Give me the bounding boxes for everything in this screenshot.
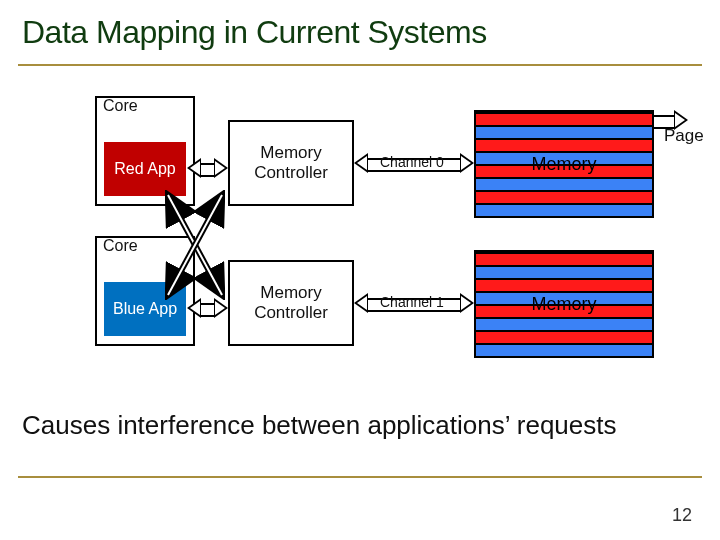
memory-row — [476, 265, 652, 278]
red-app-box: Red App — [104, 142, 186, 196]
page-number: 12 — [672, 505, 692, 526]
memory-row — [476, 125, 652, 138]
memory-row — [476, 177, 652, 190]
blue-app-box: Blue App — [104, 282, 186, 336]
memory-row — [476, 138, 652, 151]
page-annotation-label: Page — [664, 126, 704, 146]
memory-row — [476, 291, 652, 304]
memory-row — [476, 151, 652, 164]
memory-row — [476, 278, 652, 291]
channel-1-label: Channel 1 — [380, 294, 444, 310]
core-top-label: Core — [103, 97, 138, 115]
memory-row — [476, 330, 652, 343]
mc-top-label: Memory Controller — [230, 143, 352, 182]
memory-top: Memory — [474, 110, 654, 218]
memory-row — [476, 190, 652, 203]
red-app-label: Red App — [114, 160, 175, 178]
memory-row — [476, 317, 652, 330]
memory-row — [476, 252, 652, 265]
blue-app-label: Blue App — [113, 300, 177, 318]
memory-controller-bottom: Memory Controller — [228, 260, 354, 346]
memory-row — [476, 112, 652, 125]
memory-row — [476, 304, 652, 317]
conclusion-text: Causes interference between applications… — [22, 410, 617, 441]
core-bottom-label: Core — [103, 237, 138, 255]
memory-row — [476, 203, 652, 216]
title-divider — [18, 64, 702, 66]
slide-title: Data Mapping in Current Systems — [22, 14, 487, 51]
footer-divider — [18, 476, 702, 478]
memory-row — [476, 164, 652, 177]
mc-bottom-label: Memory Controller — [230, 283, 352, 322]
memory-bottom: Memory — [474, 250, 654, 358]
channel-0-label: Channel 0 — [380, 154, 444, 170]
memory-controller-top: Memory Controller — [228, 120, 354, 206]
memory-row — [476, 343, 652, 356]
